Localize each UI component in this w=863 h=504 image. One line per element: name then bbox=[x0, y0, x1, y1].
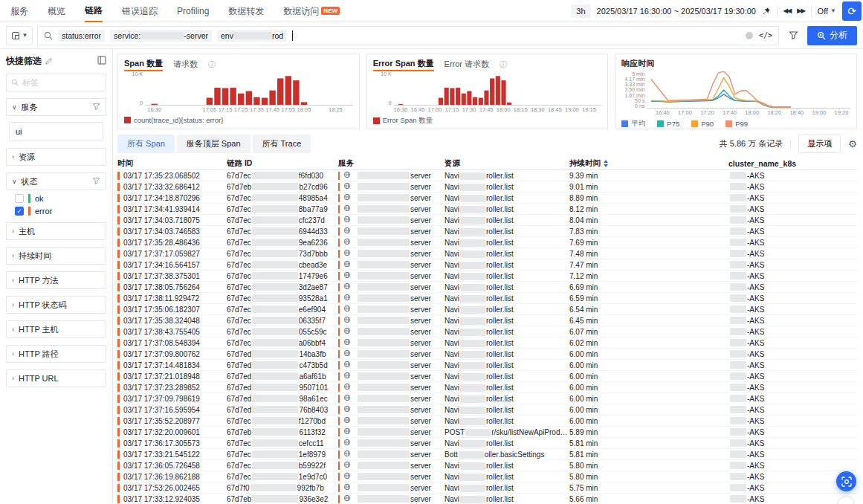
code-mode-icon[interactable]: </> bbox=[759, 31, 772, 39]
table-row[interactable]: 03/17 17:37:23.28985267d7ed9507101server… bbox=[117, 382, 857, 393]
cell-trace-id[interactable]: 67d7ec9ea6236 bbox=[227, 239, 338, 247]
legend-item[interactable]: 平均 bbox=[621, 119, 645, 129]
table-row[interactable]: 03/17 17:34:03.71807567d7eccfc237dserver… bbox=[117, 215, 857, 226]
checkbox[interactable]: ✓ bbox=[15, 207, 24, 216]
table-row[interactable]: 03/17 17:34:41.93941467d7ec8ba77a9server… bbox=[117, 204, 857, 215]
filter-section-header[interactable]: ›HTTP URL bbox=[6, 369, 106, 387]
pin-icon[interactable] bbox=[762, 7, 771, 16]
table-row[interactable]: 03/17 17:36:17.30557367d7eccefcc11server… bbox=[117, 438, 857, 449]
filter-section-header[interactable]: ›持续时间 bbox=[6, 247, 106, 265]
col-resource[interactable]: 资源 bbox=[445, 158, 569, 169]
span-tab-0[interactable]: 所有 Span bbox=[117, 135, 175, 153]
refresh-button[interactable]: ⟳ bbox=[842, 1, 862, 21]
time-range-button[interactable]: 2025/03/17 16:30:00 ~ 2025/03/17 19:30:0… bbox=[597, 7, 756, 16]
table-row[interactable]: 03/17 17:53:26.00246567d7f0992fb7bserver… bbox=[117, 482, 857, 494]
status-option-error[interactable]: ✓error bbox=[6, 203, 106, 216]
col-time[interactable]: 时间 bbox=[117, 158, 227, 169]
nav-item-0[interactable]: 服务 bbox=[10, 0, 28, 22]
filter-convert-icon[interactable] bbox=[783, 26, 803, 45]
cell-trace-id[interactable]: 67d7ed76b8403 bbox=[227, 406, 338, 414]
col-cluster[interactable]: cluster_name_k8s bbox=[725, 159, 857, 168]
time-forward-button[interactable]: ▶▶ bbox=[797, 7, 804, 14]
table-row[interactable]: 03/17 17:37:17.05982767d7ec73d7bbbserver… bbox=[117, 248, 857, 259]
cell-trace-id[interactable]: 67d7ec6944d33 bbox=[227, 227, 338, 236]
chart-tab[interactable]: Error 请求数 bbox=[445, 59, 490, 70]
col-duration[interactable]: 持续时间 bbox=[569, 158, 725, 169]
filter-section-header[interactable]: ›HTTP 路径 bbox=[6, 345, 106, 363]
auto-refresh-dropdown[interactable]: Off ▼ bbox=[818, 7, 836, 16]
col-service[interactable]: 服务 bbox=[338, 158, 445, 169]
search-token-2[interactable]: env rod bbox=[217, 30, 287, 42]
nav-item-2[interactable]: 链路 bbox=[85, 0, 103, 22]
filter-section-header[interactable]: ›主机 bbox=[6, 222, 106, 240]
gear-icon[interactable]: ⚙ bbox=[848, 138, 857, 149]
cell-trace-id[interactable]: 67d7ebb27cd96 bbox=[227, 183, 338, 191]
chart-tab[interactable]: Span 数量 bbox=[124, 58, 163, 71]
table-row[interactable]: 03/17 17:38:11.92947267d7ec93528a1server… bbox=[117, 293, 857, 304]
table-row[interactable]: 03/17 17:38:43.75540567d7ec055c59cserver… bbox=[117, 326, 857, 337]
search-input[interactable]: status:errorservice:-serverenv rod </> bbox=[37, 26, 779, 45]
assistant-button[interactable] bbox=[836, 471, 856, 491]
legend-item[interactable]: P99 bbox=[725, 120, 748, 128]
filter-section-header[interactable]: ∨服务 bbox=[6, 98, 106, 116]
table-row[interactable]: 03/17 17:33:32.68641267d7ebb27cd96server… bbox=[117, 181, 857, 193]
status-option-ok[interactable]: ok bbox=[6, 190, 106, 203]
legend-item[interactable]: count(trace_id){status: error} bbox=[124, 116, 223, 124]
table-row[interactable]: 03/17 17:38:05.75626467d7ec3d2ae87server… bbox=[117, 282, 857, 293]
table-row[interactable]: 03/17 17:32:20.00960167d7eb6113f32server… bbox=[117, 427, 857, 438]
filter-icon[interactable] bbox=[92, 103, 100, 112]
cell-trace-id[interactable]: 67d7ecb59922f bbox=[227, 462, 338, 470]
cell-trace-id[interactable]: 67d7eb6113f32 bbox=[227, 428, 338, 436]
table-row[interactable]: 03/17 17:34:16.56415767d7eccbead3eserver… bbox=[117, 259, 857, 271]
table-row[interactable]: 03/17 17:37:38.37530167d7ec17479e6server… bbox=[117, 271, 857, 282]
edit-pencil-icon[interactable] bbox=[45, 57, 53, 65]
table-row[interactable]: 03/17 17:35:38.32404867d7ec06335f7server… bbox=[117, 315, 857, 326]
table-row[interactable]: 03/17 17:35:23.06850267d7ecf6fd030server… bbox=[117, 170, 857, 181]
cell-trace-id[interactable]: 67d7edc473b5d bbox=[227, 361, 338, 369]
table-row[interactable]: 03/17 17:33:12.92403567d7eb936e3e2server… bbox=[117, 494, 857, 503]
table-row[interactable]: 03/17 17:37:08.54839467d7eca06bbf4server… bbox=[117, 337, 857, 349]
cell-trace-id[interactable]: 67d7ed14ba3fb bbox=[227, 350, 338, 358]
table-row[interactable]: 03/17 17:36:19.86218867d7ec1e9d7c0server… bbox=[117, 471, 857, 482]
table-row[interactable]: 03/17 17:34:03.74658367d7ec6944d33server… bbox=[117, 226, 857, 237]
span-tab-2[interactable]: 所有 Trace bbox=[253, 135, 311, 153]
cell-trace-id[interactable]: 67d7ec73d7bbb bbox=[227, 250, 338, 258]
table-row[interactable]: 03/17 17:36:05.72645867d7ecb59922fserver… bbox=[117, 460, 857, 471]
analyze-button[interactable]: 分析 bbox=[807, 26, 857, 45]
table-row[interactable]: 03/17 17:37:09.79861967d7ed98a61ecserver… bbox=[117, 393, 857, 404]
table-row[interactable]: 03/17 17:37:14.48183467d7edc473b5dserver… bbox=[117, 360, 857, 371]
cell-trace-id[interactable]: 67d7ed98a61ec bbox=[227, 395, 338, 403]
table-row[interactable]: 03/17 17:37:16.59595467d7ed76b8403server… bbox=[117, 404, 857, 416]
filter-section-header[interactable]: ›HTTP 主机 bbox=[6, 320, 106, 338]
time-preset-button[interactable]: 3h bbox=[571, 4, 590, 18]
cell-trace-id[interactable]: 67d7eccbead3e bbox=[227, 261, 338, 269]
cell-trace-id[interactable]: 67d7eda6af61b bbox=[227, 372, 338, 381]
filter-section-header[interactable]: ›HTTP 方法 bbox=[6, 271, 106, 289]
legend-item[interactable]: Error Span 数量 bbox=[373, 116, 433, 126]
col-trace-id[interactable]: 链路 ID bbox=[227, 158, 338, 169]
info-icon[interactable]: ⓘ bbox=[208, 59, 216, 70]
sort-icon[interactable] bbox=[604, 160, 608, 167]
cell-trace-id[interactable]: 67d7ec8ba77a9 bbox=[227, 205, 338, 213]
service-filter-input[interactable]: ui bbox=[9, 122, 103, 141]
info-icon[interactable]: ⓘ bbox=[500, 59, 507, 70]
cell-trace-id[interactable]: 67d7ec93528a1 bbox=[227, 294, 338, 303]
cell-trace-id[interactable]: 67d7eccefcc11 bbox=[227, 439, 338, 448]
cell-trace-id[interactable]: 67d7ec48985a4 bbox=[227, 194, 338, 202]
table-row[interactable]: 03/17 17:35:28.48643667d7ec9ea6236server… bbox=[117, 237, 857, 248]
cell-trace-id[interactable]: 67d7ec17479e6 bbox=[227, 272, 338, 280]
nav-item-3[interactable]: 错误追踪 bbox=[122, 0, 158, 22]
filter-section-header[interactable]: ›资源 bbox=[6, 148, 106, 166]
filter-icon[interactable] bbox=[92, 177, 100, 187]
filter-section-header[interactable]: ›HTTP 状态码 bbox=[6, 296, 106, 314]
nav-item-4[interactable]: Profiling bbox=[177, 0, 209, 22]
cell-trace-id[interactable]: 67d7f0992fb7b bbox=[227, 484, 338, 492]
cell-trace-id[interactable]: 67d7ec055c59c bbox=[227, 328, 338, 336]
search-token-0[interactable]: status:error bbox=[58, 30, 105, 42]
table-row[interactable]: 03/17 17:37:09.80076267d7ed14ba3fbserver… bbox=[117, 349, 857, 360]
nav-item-5[interactable]: 数据转发 bbox=[228, 0, 264, 22]
chart-tab[interactable]: Error Span 数量 bbox=[373, 58, 434, 71]
table-row[interactable]: 03/17 17:33:21.54512267d7ec1ef8979server… bbox=[117, 449, 857, 460]
legend-item[interactable]: P75 bbox=[657, 120, 679, 128]
collapse-panel-icon[interactable] bbox=[97, 56, 106, 67]
